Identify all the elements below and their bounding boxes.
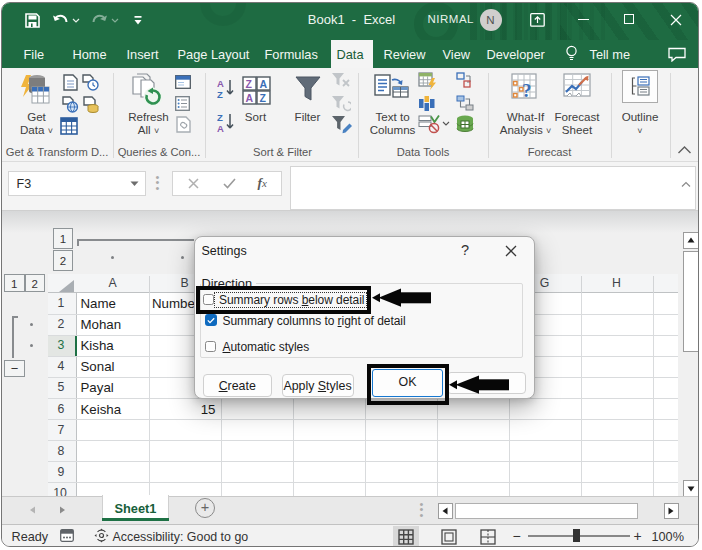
svg-text:Z: Z (245, 77, 252, 89)
svg-text:A: A (217, 78, 224, 89)
svg-text:A: A (259, 77, 267, 89)
svg-text:?: ? (522, 80, 532, 101)
svg-text:A: A (245, 91, 253, 103)
svg-text:A: A (217, 123, 224, 133)
svg-text:Z: Z (217, 112, 223, 123)
svg-text:Z: Z (259, 91, 266, 103)
svg-text:Z: Z (217, 89, 223, 99)
